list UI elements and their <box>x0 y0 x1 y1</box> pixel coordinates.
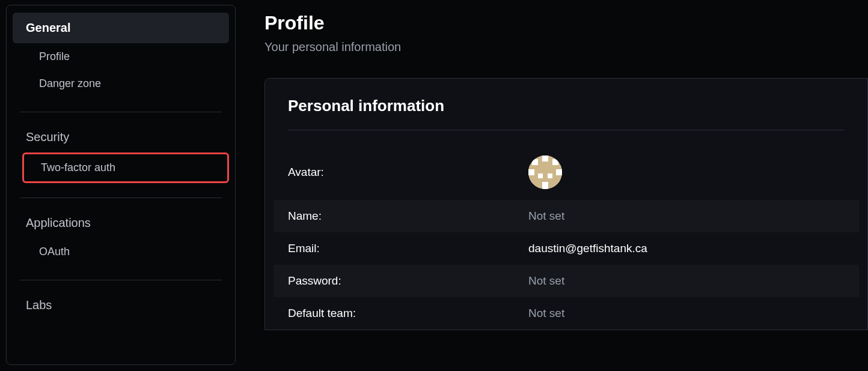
sidebar-heading-general[interactable]: General <box>13 13 229 43</box>
sidebar-divider <box>20 112 222 112</box>
info-value-default-team: Not set <box>528 307 564 320</box>
info-row-avatar: Avatar: <box>274 145 859 200</box>
sidebar-section-general: General Profile Danger zone <box>13 13 229 107</box>
sidebar-panel: General Profile Danger zone Security Two… <box>6 5 236 365</box>
sidebar-divider <box>20 280 222 280</box>
sidebar-heading-applications[interactable]: Applications <box>13 208 229 238</box>
page-title: Profile <box>264 12 868 34</box>
info-value-password: Not set <box>528 274 564 288</box>
info-label-avatar: Avatar: <box>288 166 528 179</box>
sidebar-item-two-factor-auth[interactable]: Two-factor auth <box>22 152 229 183</box>
page-subtitle: Your personal information <box>264 40 868 54</box>
info-row-name: Name: Not set <box>274 200 859 232</box>
info-row-password: Password: Not set <box>274 265 859 297</box>
sidebar-heading-security[interactable]: Security <box>13 122 229 152</box>
main-content: Profile Your personal information Person… <box>240 0 868 371</box>
sidebar-item-profile[interactable]: Profile <box>13 43 229 70</box>
sidebar-divider <box>20 198 222 198</box>
avatar-identicon <box>528 155 562 189</box>
personal-info-panel: Personal information Avatar: Name: Not s… <box>264 78 868 330</box>
sidebar: General Profile Danger zone Security Two… <box>0 0 240 371</box>
sidebar-item-danger-zone[interactable]: Danger zone <box>13 70 229 97</box>
info-row-default-team: Default team: Not set <box>274 297 859 330</box>
info-label-email: Email: <box>288 242 528 255</box>
sidebar-item-oauth[interactable]: OAuth <box>13 238 229 265</box>
info-value-name: Not set <box>528 210 564 223</box>
sidebar-section-security: Security Two-factor auth <box>13 122 229 193</box>
info-label-default-team: Default team: <box>288 307 528 320</box>
info-label-password: Password: <box>288 274 528 288</box>
sidebar-section-applications: Applications OAuth <box>13 208 229 275</box>
sidebar-heading-labs[interactable]: Labs <box>13 290 229 321</box>
info-row-email: Email: daustin@getfishtank.ca <box>274 232 859 265</box>
info-value-email: daustin@getfishtank.ca <box>528 242 647 255</box>
info-label-name: Name: <box>288 210 528 223</box>
panel-title: Personal information <box>288 97 845 130</box>
avatar[interactable] <box>528 155 562 189</box>
